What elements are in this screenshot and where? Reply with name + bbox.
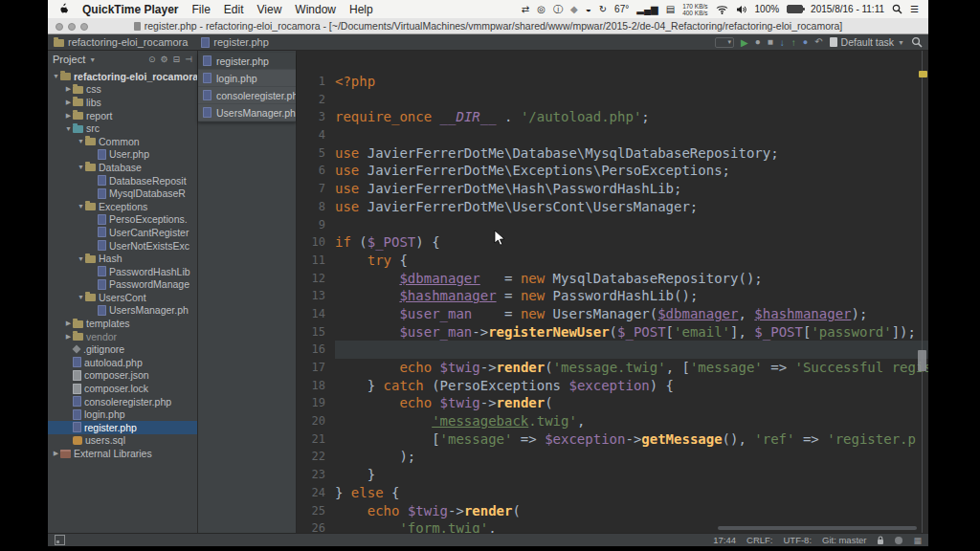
menu-edit[interactable]: Edit (224, 3, 244, 16)
tree-item-common[interactable]: ▼Common (48, 135, 197, 148)
grid-icon[interactable]: ▦ (913, 536, 922, 545)
tree-item-usersmanager-ph[interactable]: UsersManager.ph (48, 304, 197, 318)
tree-item-databasereposit[interactable]: DatabaseReposit (48, 174, 197, 187)
tree-item-userscont[interactable]: ▼UsersCont (48, 291, 197, 304)
editor-scrollbar-track[interactable] (922, 51, 923, 533)
tree-item-css[interactable]: ▶css (48, 83, 197, 97)
project-panel-title[interactable]: Project (53, 54, 85, 65)
caret-position-widget[interactable]: 17:44 (713, 535, 736, 545)
clock-status[interactable]: 2015/8/16 - 11:11 (811, 4, 884, 14)
windows-icon[interactable]: ▤ (666, 5, 675, 14)
tree-item-passwordmanage[interactable]: PasswordManage (48, 278, 197, 292)
sync-icon[interactable]: ↻ (599, 5, 607, 14)
vcs-update-icon[interactable]: ↓ (780, 37, 785, 48)
chevron-collapsed-icon[interactable]: ▶ (64, 85, 73, 93)
code-line-13[interactable]: 13 $hashmanager = new PasswordHashLib(); (297, 287, 928, 305)
task-dropdown[interactable]: Default task ▼ (830, 36, 904, 48)
run-config-dropdown[interactable]: ▾ (715, 37, 734, 48)
code-line-15[interactable]: 15 $user_man->registerNewUser($_POST['em… (297, 323, 928, 342)
chevron-expanded-icon[interactable]: ▼ (77, 138, 85, 144)
bell-icon[interactable]: ◆ (570, 5, 578, 14)
menu-file[interactable]: File (192, 3, 211, 16)
code-line-9[interactable]: 9 (297, 216, 928, 234)
chevron-expanded-icon[interactable]: ▼ (77, 203, 85, 209)
code-line-3[interactable]: 3require_once __DIR__ . '/autoload.php'; (297, 108, 928, 126)
vcs-commit-icon[interactable]: ↑ (791, 37, 796, 48)
tree-item-src[interactable]: ▼src (48, 121, 197, 135)
info-circle-icon[interactable]: ⓘ (553, 5, 563, 14)
chevron-expanded-icon[interactable]: ▼ (52, 73, 60, 79)
tree-item-external-libraries[interactable]: ▶External Libraries (48, 447, 197, 460)
tree-item-composer-json[interactable]: composer.json (48, 369, 197, 383)
chevron-collapsed-icon[interactable]: ▶ (64, 320, 73, 327)
chevron-expanded-icon[interactable]: ▼ (77, 164, 85, 170)
breadcrumb-register-php[interactable]: register.php (201, 36, 268, 48)
code-line-10[interactable]: 10if ($_POST) { (297, 233, 928, 252)
code-line-4[interactable]: 4 (297, 126, 928, 144)
code-line-22[interactable]: 22 ); (297, 448, 928, 466)
tree-item-register-php[interactable]: register.php (48, 421, 197, 434)
menu-help[interactable]: Help (349, 3, 373, 16)
tree-item-exceptions[interactable]: ▼Exceptions (48, 200, 197, 213)
tree-item-vendor[interactable]: ▶vendor (48, 330, 197, 343)
menu-view[interactable]: View (257, 3, 282, 16)
tree-item-libs[interactable]: ▶libs (48, 96, 197, 109)
gear-icon[interactable]: ⚙ (161, 55, 168, 64)
run-button[interactable]: ▶ (741, 37, 748, 48)
tree-item-autoload-php[interactable]: autoload.php (48, 356, 197, 369)
tree-item-composer-lock[interactable]: composer.lock (48, 382, 197, 395)
code-line-12[interactable]: 12 $dbmanager = new MysqlDatabaseReposit… (297, 270, 928, 288)
wifi-icon[interactable] (716, 5, 728, 14)
chevron-collapsed-icon[interactable]: ▶ (64, 112, 73, 120)
activity-chart-icon[interactable]: ▂▄▆ (636, 5, 657, 14)
tree-item-report[interactable]: ▶report (48, 109, 197, 122)
collapse-all-icon[interactable]: ⊟ (173, 55, 181, 64)
chevron-expanded-icon[interactable]: ▼ (77, 255, 85, 262)
editor-scrollbar-thumb[interactable] (918, 350, 926, 371)
menu-quicktime-player[interactable]: QuickTime Player (82, 3, 179, 16)
line-separator-widget[interactable]: CRLF: (746, 535, 772, 545)
battery-icon[interactable] (787, 5, 803, 13)
code-line-11[interactable]: 11 try { (297, 252, 928, 270)
code-line-21[interactable]: 21 ['message' => $exception->getMessage(… (297, 430, 928, 449)
hide-panel-icon[interactable]: ⊣ (185, 55, 192, 64)
download-circle-icon[interactable]: ◒ (586, 5, 591, 14)
tree-item-refactoring-eloi-rocamora[interactable]: ▼refactoring-eloi_rocamora (48, 70, 197, 83)
locate-icon[interactable]: ⊙ (148, 55, 156, 64)
tab-consoleregister-php[interactable]: consoleregister.php (198, 87, 296, 104)
lock-icon[interactable] (877, 536, 884, 545)
volume-icon[interactable] (736, 5, 747, 14)
code-line-16[interactable]: 16 (297, 341, 928, 359)
rollback-icon[interactable]: ↶ (814, 37, 822, 47)
toolwindow-toggle-icon[interactable] (55, 535, 65, 545)
vcs-annotate-icon[interactable]: ● (803, 37, 808, 47)
vcs-branch-widget[interactable]: Git: master (822, 535, 866, 545)
code-line-2[interactable]: 2 (297, 91, 928, 109)
tree-item-templates[interactable]: ▶templates (48, 317, 197, 330)
chevron-collapsed-icon[interactable]: ▶ (64, 333, 73, 341)
tab-login-php[interactable]: login.php (198, 70, 296, 87)
inspections-hector-icon[interactable] (895, 537, 902, 544)
temperature-status[interactable]: 67° (614, 4, 629, 14)
tree-item-usernotexistsexc[interactable]: UserNotExistsExc (48, 239, 197, 253)
tree-item-hash[interactable]: ▼Hash (48, 252, 197, 265)
code-line-24[interactable]: 24} else { (297, 484, 928, 502)
code-line-5[interactable]: 5use JavierFerrerDotMe\Database\MysqlDat… (297, 144, 928, 163)
search-everywhere-icon[interactable] (911, 36, 923, 48)
code-line-6[interactable]: 6use JavierFerrerDotMe\Exceptions\PersoE… (297, 162, 928, 180)
chevron-collapsed-icon[interactable]: ▶ (52, 450, 60, 457)
tree-item-persoexceptions[interactable]: PersoExceptions. (48, 213, 197, 227)
code-line-19[interactable]: 19 echo $twig->render( (297, 394, 928, 412)
at-circle-icon[interactable]: ◎ (537, 5, 546, 14)
editor-hscrollbar-thumb[interactable] (718, 526, 917, 530)
tree-item-gitignore[interactable]: .gitignore (48, 342, 197, 356)
code-line-7[interactable]: 7use JavierFerrerDotMe\Hash\PasswordHash… (297, 180, 928, 198)
menu-window[interactable]: Window (295, 3, 336, 16)
network-speed-status[interactable]: 170 KB/s 400 KB/s (682, 3, 707, 16)
tree-item-consoleregister-php[interactable]: consoleregister.php (48, 395, 197, 408)
code-line-8[interactable]: 8use JavierFerrerDotMe\UsersCont\UsersMa… (297, 198, 928, 216)
tree-item-database[interactable]: ▼Database (48, 161, 197, 174)
code-editor[interactable]: 1<?php23require_once __DIR__ . '/autoloa… (297, 51, 928, 533)
stop-button[interactable]: ■ (768, 37, 773, 47)
code-line-23[interactable]: 23 } (297, 466, 928, 484)
